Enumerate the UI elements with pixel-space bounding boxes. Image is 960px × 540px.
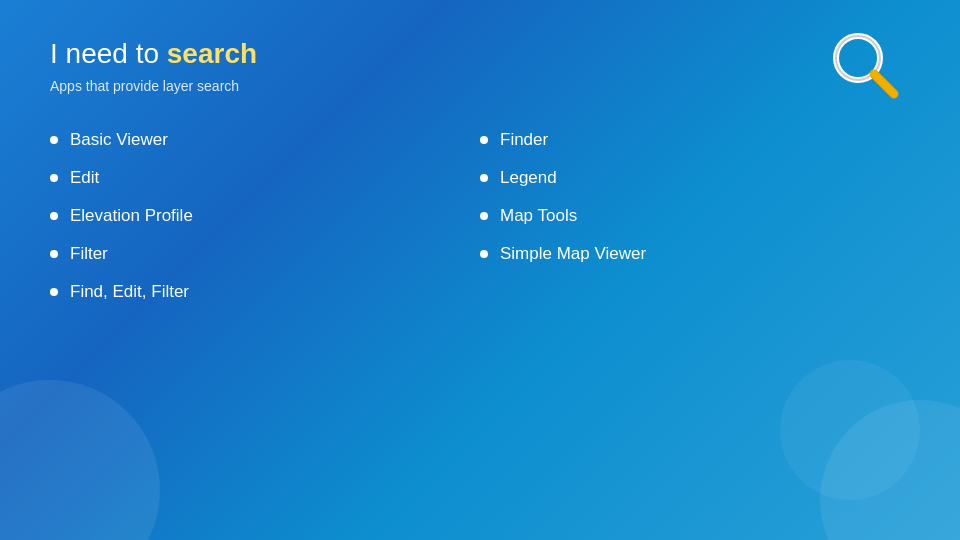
- bullet-icon: [480, 174, 488, 182]
- list-item-label: Elevation Profile: [70, 206, 193, 226]
- bg-decoration-right2: [780, 360, 920, 500]
- list-item-label: Edit: [70, 168, 99, 188]
- list-item: Map Tools: [480, 206, 910, 226]
- list-item: Edit: [50, 168, 480, 188]
- list-item-label: Map Tools: [500, 206, 577, 226]
- bullet-icon: [480, 212, 488, 220]
- bullet-icon: [50, 174, 58, 182]
- bullet-icon: [50, 136, 58, 144]
- page-subtitle: Apps that provide layer search: [50, 78, 910, 94]
- list-item-label: Simple Map Viewer: [500, 244, 646, 264]
- list-item-label: Filter: [70, 244, 108, 264]
- list-item: Elevation Profile: [50, 206, 480, 226]
- bullet-icon: [50, 212, 58, 220]
- title-highlight: search: [167, 38, 257, 69]
- search-icon: [830, 30, 900, 100]
- bullet-icon: [50, 288, 58, 296]
- bg-decoration-left: [0, 380, 160, 540]
- list-item-label: Find, Edit, Filter: [70, 282, 189, 302]
- page-title: I need to search: [50, 38, 910, 70]
- list-item-label: Finder: [500, 130, 548, 150]
- list-item: Filter: [50, 244, 480, 264]
- search-icon-container: [830, 30, 900, 104]
- bullet-icon: [480, 136, 488, 144]
- column-left: Basic ViewerEditElevation ProfileFilterF…: [50, 130, 480, 320]
- list-item-label: Legend: [500, 168, 557, 188]
- bullet-icon: [480, 250, 488, 258]
- bullet-icon: [50, 250, 58, 258]
- list-item: Simple Map Viewer: [480, 244, 910, 264]
- column-right: FinderLegendMap ToolsSimple Map Viewer: [480, 130, 910, 320]
- items-columns: Basic ViewerEditElevation ProfileFilterF…: [50, 130, 910, 320]
- svg-line-3: [874, 74, 894, 94]
- list-item: Finder: [480, 130, 910, 150]
- list-item: Legend: [480, 168, 910, 188]
- list-item: Find, Edit, Filter: [50, 282, 480, 302]
- list-item-label: Basic Viewer: [70, 130, 168, 150]
- title-prefix: I need to: [50, 38, 167, 69]
- list-item: Basic Viewer: [50, 130, 480, 150]
- main-content: I need to search Apps that provide layer…: [0, 0, 960, 358]
